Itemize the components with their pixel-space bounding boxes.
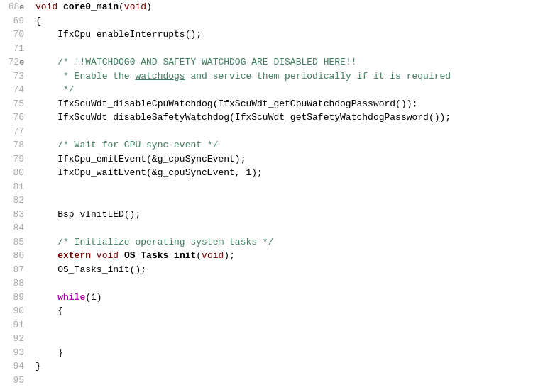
code-line-80: IfxCpu_waitEvent(&g_cpuSyncEvent, 1);: [35, 166, 560, 180]
code-line-90: {: [35, 304, 560, 318]
ln-94: 94: [3, 359, 24, 374]
code-line-81: [35, 180, 560, 194]
code-line-94: }: [35, 359, 560, 374]
code-line-95: [35, 374, 560, 388]
code-line-73: * Enable the watchdogs and service them …: [35, 69, 560, 84]
code-line-83: Bsp_vInitLED();: [35, 208, 560, 222]
ln-79: 79: [3, 152, 24, 167]
code-line-84: [35, 221, 560, 235]
code-line-87: OS_Tasks_init();: [35, 263, 560, 277]
code-line-86: extern void OS_Tasks_init(void);: [35, 249, 560, 263]
ln-73: 73: [3, 69, 24, 84]
code-line-82: [35, 194, 560, 208]
code-line-91: [35, 318, 560, 332]
line-numbers: 68⊜ 69 70 71 72⊜ 73 74 75 76 77 78 79 80…: [0, 0, 30, 392]
ln-85: 85: [3, 235, 24, 250]
code-line-71: [35, 42, 560, 56]
ln-72: 72⊜: [3, 55, 24, 69]
ln-84: 84: [3, 221, 24, 235]
code-line-69: {: [35, 14, 560, 28]
ln-88: 88: [3, 276, 24, 291]
code-line-89: while(1): [35, 291, 560, 305]
ln-68: 68⊜: [3, 0, 24, 14]
ln-82: 82: [3, 194, 24, 208]
code-line-78: /* Wait for CPU sync event */: [35, 138, 560, 152]
code-editor: 68⊜ 69 70 71 72⊜ 73 74 75 76 77 78 79 80…: [0, 0, 560, 392]
code-line-75: IfxScuWdt_disableCpuWatchdog(IfxScuWdt_g…: [35, 97, 560, 111]
code-line-72: /* !!WATCHDOG0 AND SAFETY WATCHDOG ARE D…: [35, 55, 560, 69]
code-line-74: */: [35, 83, 560, 97]
code-line-68: void core0_main(void): [35, 0, 560, 14]
ln-87: 87: [3, 263, 24, 277]
ln-89: 89: [3, 291, 24, 305]
ln-86: 86: [3, 249, 24, 263]
code-line-85: /* Initialize operating system tasks */: [35, 235, 560, 250]
ln-93: 93: [3, 346, 24, 360]
ln-91: 91: [3, 318, 24, 332]
code-line-79: IfxCpu_emitEvent(&g_cpuSyncEvent);: [35, 152, 560, 167]
code-line-93: }: [35, 346, 560, 360]
ln-81: 81: [3, 180, 24, 194]
ln-76: 76: [3, 111, 24, 125]
ln-71: 71: [3, 42, 24, 56]
code-line-88: [35, 276, 560, 291]
ln-90: 90: [3, 304, 24, 318]
ln-92: 92: [3, 332, 24, 346]
code-line-76: IfxScuWdt_disableSafetyWatchdog(IfxScuWd…: [35, 111, 560, 125]
ln-74: 74: [3, 83, 24, 97]
ln-80: 80: [3, 166, 24, 180]
ln-75: 75: [3, 97, 24, 111]
ln-77: 77: [3, 125, 24, 139]
ln-83: 83: [3, 208, 24, 222]
ln-69: 69: [3, 14, 24, 28]
code-line-77: [35, 125, 560, 139]
code-content: void core0_main(void) { IfxCpu_enableInt…: [30, 0, 560, 392]
ln-78: 78: [3, 138, 24, 152]
code-line-70: IfxCpu_enableInterrupts();: [35, 28, 560, 42]
ln-95: 95: [3, 374, 24, 388]
code-line-92: [35, 332, 560, 346]
ln-70: 70: [3, 28, 24, 42]
